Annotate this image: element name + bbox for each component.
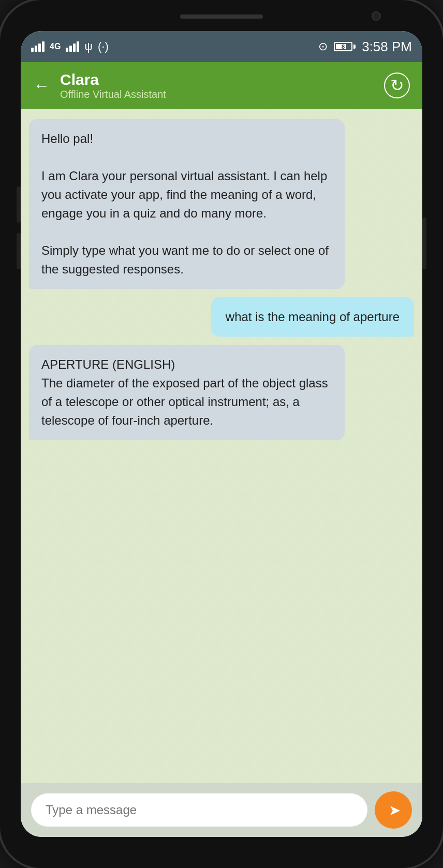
signal-bar-8	[77, 41, 79, 52]
status-right: ⊙ 8 3:58 PM	[318, 39, 412, 55]
wifi-icon: ⊙	[318, 40, 328, 53]
header-info: Clara Offline Virtual Assistant	[60, 71, 166, 100]
assistant-name: Clara	[60, 71, 166, 89]
user-message-1-text: what is the meaning of aperture	[226, 310, 400, 324]
signal-bar-5	[66, 48, 68, 52]
battery-level: 8	[342, 44, 345, 50]
bot-message-1-text: Hello pal! I am Clara your personal virt…	[41, 132, 329, 276]
camera-dot	[372, 11, 381, 21]
bot-message-1: Hello pal! I am Clara your personal virt…	[29, 119, 345, 289]
usb-icon: ψ	[84, 40, 93, 53]
radio-icon: (·)	[98, 40, 109, 53]
signal-bars-2	[66, 41, 79, 52]
bot-message-2-text: APERTURE (ENGLISH) The diameter of the e…	[41, 357, 328, 427]
chat-area: Hello pal! I am Clara your personal virt…	[21, 109, 422, 783]
back-button[interactable]: ←	[33, 76, 50, 95]
time-display: 3:58 PM	[362, 39, 412, 55]
status-left: 4G ψ (·)	[31, 40, 109, 53]
power-button[interactable]	[422, 218, 426, 269]
signal-bar-6	[69, 46, 72, 52]
send-button[interactable]: ➤	[375, 791, 412, 829]
signal-bars	[31, 41, 45, 52]
phone-frame: 4G ψ (·) ⊙ 8	[0, 0, 443, 868]
signal-bar-1	[31, 48, 34, 52]
battery-icon: 8	[334, 42, 356, 51]
app-header: ← Clara Offline Virtual Assistant ↻	[21, 62, 422, 109]
header-left: ← Clara Offline Virtual Assistant	[33, 71, 166, 100]
refresh-icon: ↻	[390, 76, 404, 95]
input-area: ➤	[21, 783, 422, 837]
volume-up-button[interactable]	[17, 186, 21, 223]
volume-down-button[interactable]	[17, 233, 21, 269]
screen: 4G ψ (·) ⊙ 8	[21, 31, 422, 837]
message-input[interactable]	[31, 793, 367, 827]
battery-tip	[353, 45, 356, 49]
signal-bar-2	[35, 46, 37, 52]
status-bar: 4G ψ (·) ⊙ 8	[21, 31, 422, 62]
bot-message-2: APERTURE (ENGLISH) The diameter of the e…	[29, 345, 345, 440]
send-icon: ➤	[389, 802, 401, 819]
signal-bar-4	[42, 41, 45, 52]
lte-badge: 4G	[50, 42, 61, 51]
signal-bar-3	[38, 44, 41, 52]
assistant-status: Offline Virtual Assistant	[60, 89, 166, 100]
refresh-button[interactable]: ↻	[384, 73, 410, 98]
signal-bar-7	[73, 44, 76, 52]
user-message-1: what is the meaning of aperture	[211, 297, 414, 337]
battery-body: 8	[334, 42, 352, 51]
